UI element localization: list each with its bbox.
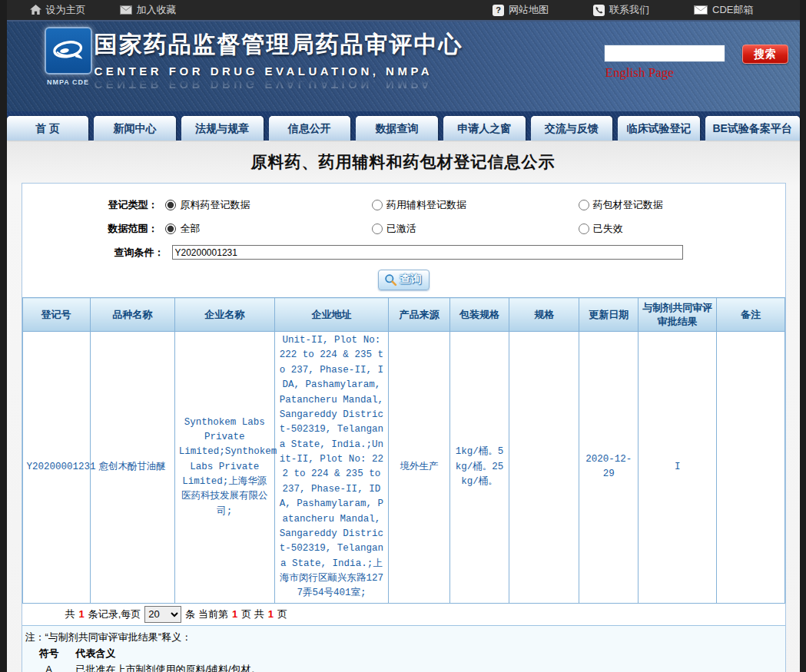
reg-type-option-label: 原料药登记数据 (180, 198, 250, 212)
pager-mid2: 条 当前第 (185, 607, 228, 621)
home-icon (30, 5, 41, 15)
reg-type-radio-excipient[interactable] (372, 200, 383, 210)
reg-type-option-packaging[interactable]: 药包材登记数据 (579, 198, 785, 212)
legend-notes: 注：“与制剂共同审评审批结果”释义： 符号 代表含义 A 已批准在上市制剂使用的… (22, 625, 785, 672)
query-form: 登记类型： 原料药登记数据 药用辅料登记数据 药包材登记数据 (22, 184, 785, 297)
tab-clinical-trial[interactable]: 临床试验登记 (618, 116, 700, 141)
scope-label: 数据范围： (22, 222, 166, 236)
pager-mid3: 页 共 (241, 607, 264, 621)
mail-icon (694, 5, 708, 15)
reg-type-radio-api[interactable] (165, 200, 176, 210)
query-condition-input[interactable] (172, 245, 683, 260)
tab-regulations[interactable]: 法规与规章 (181, 116, 264, 141)
col-company-address: 企业地址 (274, 298, 388, 332)
cde-logo: NMPA CDE (43, 27, 94, 86)
scope-option-active[interactable]: 已激活 (372, 222, 579, 236)
reg-type-option-label: 药包材登记数据 (593, 198, 663, 212)
cell-joint-review-result: I (638, 332, 717, 604)
col-remark: 备注 (717, 298, 784, 332)
scope-option-label: 已失效 (593, 222, 623, 236)
pager-total: 1 (79, 608, 85, 620)
scope-option-invalid[interactable]: 已失效 (579, 222, 785, 236)
reg-type-radio-packaging[interactable] (579, 200, 589, 210)
brand-block: 国家药品监督管理局药品审评中心 CENTER FOR DRUG EVALUATI… (95, 29, 463, 91)
cell-company-name: Synthokem Labs Private Limited;Synthokem… (174, 332, 274, 604)
header-search-input[interactable] (604, 45, 725, 62)
cde-mail-label: CDE邮箱 (712, 3, 753, 17)
cell-company-address: Unit-II, Plot No: 222 to 224 & 235 to 23… (274, 332, 388, 604)
cell-spec (509, 332, 579, 604)
phone-icon (593, 5, 605, 16)
envelope-icon (120, 5, 132, 15)
query-panel: 登记类型： 原料药登记数据 药用辅料登记数据 药包材登记数据 (22, 183, 786, 672)
notes-title: 注：“与制剂共同审评审批结果”释义： (22, 630, 785, 645)
scope-option-label: 全部 (180, 222, 200, 236)
results-table: 登记号 品种名称 企业名称 企业地址 产品来源 包装规格 规格 更新日期 与制剂… (22, 297, 785, 604)
tab-news[interactable]: 新闻中心 (94, 116, 176, 141)
tab-applicant-window[interactable]: 申请人之窗 (443, 116, 526, 141)
cell-packaging-spec: 1kg/桶。5kg/桶。25kg/桶。 (450, 332, 509, 604)
reg-type-option-excipient[interactable]: 药用辅料登记数据 (372, 198, 579, 212)
tab-be-platform[interactable]: BE试验备案平台 (705, 116, 800, 141)
scope-option-label: 已激活 (386, 222, 416, 236)
notes-meaning: 已批准在上市制剂使用的原料/辅料/包材。 (76, 661, 785, 672)
cell-update-date: 2020-12-29 (579, 332, 638, 604)
tab-feedback[interactable]: 交流与反馈 (531, 116, 613, 141)
set-home-label: 设为主页 (46, 3, 86, 17)
contact-link[interactable]: 联系我们 (593, 3, 649, 17)
query-condition-label: 查询条件： (22, 246, 172, 260)
tab-info-disclosure[interactable]: 信息公开 (269, 116, 351, 141)
col-update-date: 更新日期 (579, 298, 638, 332)
pager-prefix: 共 (65, 607, 75, 621)
table-row: Y20200001231 愈创木酚甘油醚 Synthokem Labs Priv… (22, 332, 784, 604)
sitemap-link[interactable]: ? 网站地图 (493, 3, 549, 17)
cell-product-source: 境外生产 (388, 332, 449, 604)
notes-header-row: 符号 代表含义 (22, 645, 785, 661)
scope-radio-all[interactable] (165, 223, 176, 234)
main-content: 原料药、药用辅料和药包材登记信息公示 登记类型： 原料药登记数据 药用辅料登记数… (7, 141, 800, 672)
col-packaging-spec: 包装规格 (450, 298, 509, 332)
reg-type-label: 登记类型： (22, 198, 166, 212)
cell-product-name: 愈创木酚甘油醚 (90, 332, 174, 604)
cde-logo-icon (45, 27, 92, 74)
pagination-bar: 共 1 条记录,每页 20 条 当前第 1 页 共 1 页 (22, 604, 785, 625)
table-header-row: 登记号 品种名称 企业名称 企业地址 产品来源 包装规格 规格 更新日期 与制剂… (22, 298, 784, 332)
notes-col-symbol: 符号 (22, 645, 76, 661)
scope-option-all[interactable]: 全部 (165, 222, 372, 236)
cde-mail-link[interactable]: CDE邮箱 (694, 3, 753, 17)
tab-home[interactable]: 首 页 (7, 116, 89, 141)
page-title: 原料药、药用辅料和药包材登记信息公示 (7, 151, 800, 173)
pager-mid1: 条记录,每页 (88, 607, 141, 621)
question-icon: ? (493, 5, 504, 16)
scope-radio-invalid[interactable] (579, 223, 589, 234)
reg-type-option-api[interactable]: 原料药登记数据 (165, 198, 372, 212)
query-button[interactable]: 查询 (378, 270, 430, 290)
col-product-name: 品种名称 (90, 298, 174, 332)
col-company-name: 企业名称 (174, 298, 274, 332)
query-button-label: 查询 (400, 273, 422, 286)
col-reg-no: 登记号 (22, 298, 90, 332)
magnifier-icon (384, 273, 397, 286)
page-size-select[interactable]: 20 (144, 606, 181, 623)
english-page-link[interactable]: English Page (605, 65, 674, 81)
notes-row-a: A 已批准在上市制剂使用的原料/辅料/包材。 (22, 661, 785, 672)
cell-reg-no: Y20200001231 (22, 332, 90, 604)
col-spec: 规格 (509, 298, 579, 332)
top-utility-bar: 设为主页 加入收藏 ? 网站地图 联系我们 (7, 0, 800, 22)
pager-pages: 1 (268, 608, 274, 620)
page-wrapper: 设为主页 加入收藏 ? 网站地图 联系我们 (7, 0, 800, 672)
site-title: 国家药品监督管理局药品审评中心 (95, 29, 463, 61)
add-favorite-label: 加入收藏 (137, 3, 177, 17)
notes-symbol: A (22, 661, 76, 672)
tab-data-query[interactable]: 数据查询 (356, 116, 438, 141)
site-subtitle-reflection: CENTER FOR DRUG EVALUATION, NMPA (95, 78, 463, 91)
add-favorite-link[interactable]: 加入收藏 (120, 3, 177, 17)
notes-col-meaning: 代表含义 (76, 645, 785, 661)
pager-suffix: 页 (277, 607, 287, 621)
set-home-link[interactable]: 设为主页 (30, 3, 86, 17)
site-subtitle: CENTER FOR DRUG EVALUATION, NMPA (95, 65, 463, 78)
main-nav: 首 页 新闻中心 法规与规章 信息公开 数据查询 申请人之窗 交流与反馈 临床试… (7, 111, 800, 141)
scope-radio-active[interactable] (372, 223, 383, 234)
header-banner: NMPA CDE 国家药品监督管理局药品审评中心 CENTER FOR DRUG… (7, 22, 800, 111)
header-search-button[interactable]: 搜索 (742, 45, 788, 64)
